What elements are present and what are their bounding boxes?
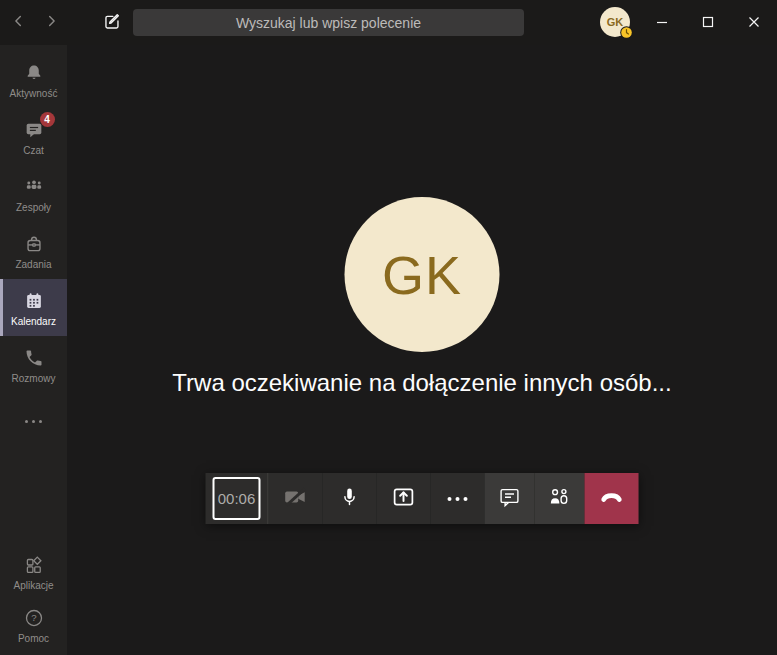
sidebar-item-more[interactable]: [0, 393, 67, 450]
forward-button[interactable]: [38, 8, 64, 38]
calendar-icon: [22, 289, 46, 313]
chevron-left-icon: [11, 13, 27, 33]
sidebar-item-calls[interactable]: Rozmowy: [0, 336, 67, 393]
sidebar-item-label: Zespoły: [16, 203, 51, 213]
bell-icon: [22, 61, 46, 85]
sidebar-item-label: Czat: [23, 146, 44, 156]
help-icon: ?: [22, 606, 46, 630]
call-control-bar: 00:06: [206, 473, 639, 524]
close-icon: [748, 14, 760, 32]
minimize-icon: [656, 14, 668, 32]
window-controls: [639, 0, 777, 45]
more-dots-icon: [22, 410, 46, 434]
hang-up-button[interactable]: [585, 473, 639, 524]
tasks-icon: [22, 232, 46, 256]
sidebar-item-label: Pomoc: [18, 634, 49, 644]
more-options-icon: [448, 497, 468, 501]
more-options-button[interactable]: [431, 473, 485, 524]
minimize-button[interactable]: [639, 0, 685, 45]
apps-icon: [22, 553, 46, 577]
sidebar-item-label: Zadania: [15, 260, 51, 270]
sidebar-bottom-group: Aplikacje ? Pomoc: [0, 545, 67, 655]
phone-icon: [22, 346, 46, 370]
participant-avatar: GK: [345, 197, 500, 352]
chat-icon: 4: [22, 118, 46, 142]
sidebar-item-label: Kalendarz: [11, 317, 56, 327]
camera-toggle-button[interactable]: [269, 473, 323, 524]
participant-avatar-initials: GK: [382, 244, 462, 306]
new-chat-button[interactable]: [98, 8, 126, 38]
svg-text:?: ?: [31, 612, 36, 623]
sidebar-item-apps[interactable]: Aplikacje: [0, 545, 67, 598]
maximize-icon: [702, 14, 714, 32]
maximize-button[interactable]: [685, 0, 731, 45]
search-input[interactable]: [133, 9, 524, 36]
sidebar-item-label: Aplikacje: [13, 581, 53, 591]
sidebar-item-help[interactable]: ? Pomoc: [0, 598, 67, 651]
user-avatar[interactable]: GK: [600, 7, 630, 37]
call-timer-section: 00:06: [206, 473, 269, 524]
hang-up-icon: [599, 484, 625, 514]
chat-unread-badge: 4: [40, 112, 55, 127]
microphone-icon: [338, 485, 362, 513]
share-screen-button[interactable]: [377, 473, 431, 524]
participants-button[interactable]: [535, 473, 585, 524]
teams-icon: [22, 175, 46, 199]
microphone-button[interactable]: [323, 473, 377, 524]
chat-panel-icon: [498, 485, 522, 513]
sidebar-item-tasks[interactable]: Zadania: [0, 222, 67, 279]
sidebar-item-calendar[interactable]: Kalendarz: [0, 279, 67, 336]
sidebar-item-label: Rozmowy: [12, 374, 56, 384]
waiting-message: Trwa oczekiwanie na dołączenie innych os…: [67, 369, 777, 397]
app-rail-sidebar: Aktywność 4 Czat: [0, 45, 67, 655]
teams-app-window: GK: [0, 0, 777, 655]
sidebar-item-teams[interactable]: Zespoły: [0, 165, 67, 222]
meeting-stage: GK Trwa oczekiwanie na dołączenie innych…: [67, 45, 777, 655]
chevron-right-icon: [43, 13, 59, 33]
status-away-clock-icon: [620, 26, 633, 39]
sidebar-item-label: Aktywność: [10, 89, 58, 99]
back-button[interactable]: [6, 8, 32, 38]
close-button[interactable]: [731, 0, 777, 45]
title-bar: GK: [0, 0, 777, 45]
compose-icon: [101, 10, 123, 36]
camera-off-icon: [283, 484, 309, 514]
call-timer: 00:06: [213, 477, 261, 520]
share-screen-icon: [391, 484, 417, 514]
sidebar-item-activity[interactable]: Aktywność: [0, 51, 67, 108]
participants-icon: [548, 485, 572, 513]
chat-panel-button[interactable]: [485, 473, 535, 524]
sidebar-item-chat[interactable]: 4 Czat: [0, 108, 67, 165]
